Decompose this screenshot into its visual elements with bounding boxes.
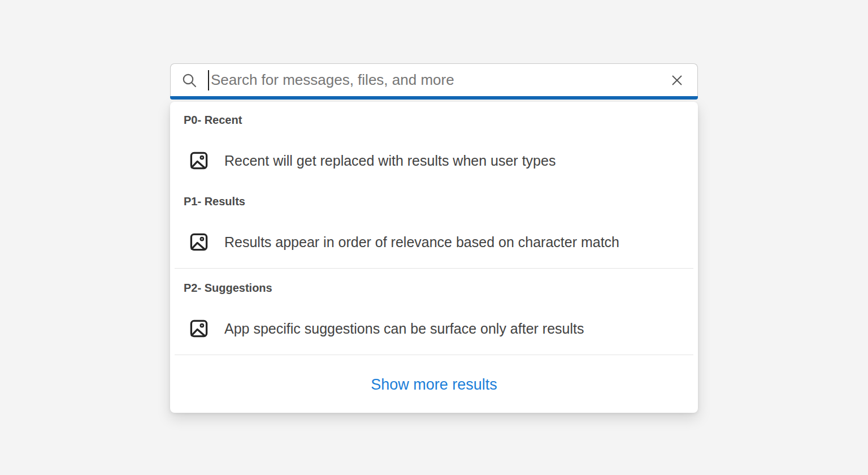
image-icon [188,318,210,339]
close-icon [669,72,685,88]
result-item-recent[interactable]: Recent will get replaced with results wh… [170,140,698,181]
search-input[interactable] [209,64,665,96]
page-background: P0- Recent Recent will get replaced with… [0,0,868,475]
results-panel: P0- Recent Recent will get replaced with… [170,102,698,413]
result-item-suggestions[interactable]: App specific suggestions can be surface … [170,308,698,349]
result-item-results[interactable]: Results appear in order of relevance bas… [170,222,698,262]
clear-search-button[interactable] [665,68,689,93]
search-bar [170,63,698,96]
focus-underline [170,96,698,100]
search-flyout: P0- Recent Recent will get replaced with… [170,63,698,413]
footer-divider [175,355,693,355]
result-item-label: Results appear in order of relevance bas… [224,234,619,251]
result-item-label: App specific suggestions can be surface … [224,321,584,337]
section-header-p1-results: P1- Results [170,191,698,211]
section-header-p2-suggestions: P2- Suggestions [170,278,698,298]
section-header-p0-recent: P0- Recent [170,110,698,130]
image-icon [188,150,210,171]
panel-footer: Show more results [170,373,698,396]
show-more-results-link[interactable]: Show more results [371,376,497,394]
image-icon [188,231,210,253]
search-icon [181,72,198,89]
result-item-label: Recent will get replaced with results wh… [224,153,555,169]
section-divider [175,268,693,269]
